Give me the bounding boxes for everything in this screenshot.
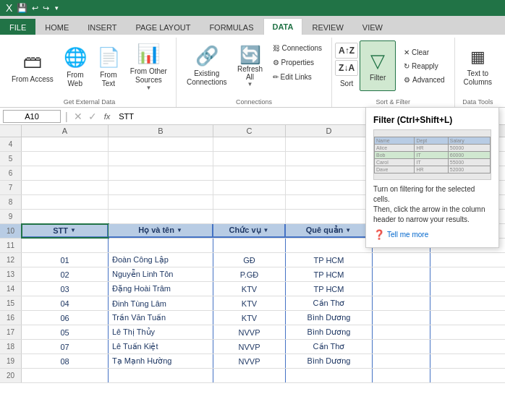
cell-b11[interactable] bbox=[109, 239, 213, 252]
cell-b15[interactable]: Đinh Tùng Lâm bbox=[109, 296, 213, 310]
cell-c8[interactable] bbox=[213, 195, 286, 209]
cell-d14[interactable]: TP HCM bbox=[286, 282, 373, 296]
filter-button[interactable]: ▽ Filter bbox=[360, 40, 396, 91]
cell-c15[interactable]: KTV bbox=[213, 296, 286, 310]
tab-insert[interactable]: INSERT bbox=[78, 19, 126, 35]
cell-b7[interactable] bbox=[109, 181, 213, 194]
cell-d16[interactable]: Bình Dương bbox=[286, 311, 373, 325]
cell-c12[interactable]: GĐ bbox=[213, 253, 286, 267]
sort-za-button[interactable]: Z↓A bbox=[335, 60, 358, 76]
cell-a12[interactable]: 01 bbox=[22, 253, 109, 267]
confirm-formula-icon[interactable]: ✓ bbox=[87, 111, 98, 122]
cell-d20[interactable] bbox=[286, 369, 373, 382]
cell-c11[interactable] bbox=[213, 239, 286, 252]
cell-a19[interactable]: 08 bbox=[22, 354, 109, 368]
cell-d12[interactable]: TP HCM bbox=[286, 253, 373, 267]
cell-c20[interactable] bbox=[213, 369, 286, 382]
cell-d11[interactable] bbox=[286, 239, 373, 252]
cell-a8[interactable] bbox=[22, 195, 109, 209]
advanced-button[interactable]: ⚙ Advanced bbox=[400, 74, 448, 86]
cell-b18[interactable]: Lê Tuấn Kiệt bbox=[109, 340, 213, 353]
cell-e18[interactable] bbox=[373, 340, 430, 353]
cell-a11[interactable] bbox=[22, 239, 109, 252]
connections-button[interactable]: ⛓ Connections bbox=[269, 42, 326, 54]
col-header-d[interactable]: D bbox=[286, 125, 373, 137]
properties-button[interactable]: ⚙ Properties bbox=[269, 56, 326, 69]
cell-a4[interactable] bbox=[22, 137, 109, 151]
sort-button[interactable]: Sort bbox=[336, 77, 357, 90]
cell-c14[interactable]: KTV bbox=[213, 282, 286, 296]
tab-view[interactable]: VIEW bbox=[353, 19, 392, 35]
quick-access-redo[interactable]: ↪ bbox=[43, 4, 49, 13]
cell-d18[interactable]: Cần Thơ bbox=[286, 340, 373, 353]
col-header-c[interactable]: C bbox=[213, 125, 286, 137]
cell-c5[interactable] bbox=[213, 152, 286, 166]
col-header-b[interactable]: B bbox=[109, 125, 213, 137]
cell-b13[interactable]: Nguyễn Linh Tôn bbox=[109, 267, 213, 281]
cell-a5[interactable] bbox=[22, 152, 109, 166]
cell-d6[interactable] bbox=[286, 166, 373, 180]
quick-access-undo[interactable]: ↩ bbox=[32, 4, 38, 13]
cell-b12[interactable]: Đoàn Công Lập bbox=[109, 253, 213, 267]
stt-filter-icon[interactable]: ▼ bbox=[70, 227, 76, 233]
cell-c9[interactable] bbox=[213, 210, 286, 223]
quequan-filter-icon[interactable]: ▼ bbox=[345, 227, 351, 233]
cell-b14[interactable]: Đặng Hoài Trâm bbox=[109, 282, 213, 296]
cell-d7[interactable] bbox=[286, 181, 373, 194]
tab-page-layout[interactable]: PAGE LAYOUT bbox=[126, 19, 200, 35]
from-access-button[interactable]: 🗃 From Access bbox=[7, 42, 58, 93]
quick-access-save[interactable]: 💾 bbox=[17, 3, 27, 13]
cell-e16[interactable] bbox=[373, 311, 430, 325]
cell-d5[interactable] bbox=[286, 152, 373, 166]
cell-c16[interactable]: KTV bbox=[213, 311, 286, 325]
chucvu-filter-icon[interactable]: ▼ bbox=[263, 227, 269, 233]
cell-a16[interactable]: 06 bbox=[22, 311, 109, 325]
cell-d4[interactable] bbox=[286, 137, 373, 151]
cell-a10-header[interactable]: STT ▼ bbox=[22, 224, 109, 238]
cell-b5[interactable] bbox=[109, 152, 213, 166]
edit-links-button[interactable]: ✏ Edit Links bbox=[269, 71, 326, 83]
cell-e19[interactable] bbox=[373, 354, 430, 368]
cell-b17[interactable]: Lê Thị Thủy bbox=[109, 325, 213, 339]
cell-c19[interactable]: NVVP bbox=[213, 354, 286, 368]
sort-az-button[interactable]: A↑Z bbox=[335, 43, 358, 59]
tab-review[interactable]: REVIEW bbox=[302, 19, 352, 35]
tell-me-more-link[interactable]: ❓ Tell me more bbox=[373, 229, 491, 240]
cell-d10-header[interactable]: Quê quản ▼ bbox=[286, 224, 373, 238]
cell-b9[interactable] bbox=[109, 210, 213, 223]
existing-connections-button[interactable]: 🔗 ExistingConnections bbox=[182, 40, 232, 91]
cell-a14[interactable]: 03 bbox=[22, 282, 109, 296]
cell-a7[interactable] bbox=[22, 181, 109, 194]
cell-c4[interactable] bbox=[213, 137, 286, 151]
cell-d8[interactable] bbox=[286, 195, 373, 209]
cell-b10-header[interactable]: Họ và tên ▼ bbox=[109, 224, 213, 238]
cell-a15[interactable]: 04 bbox=[22, 296, 109, 310]
cancel-formula-icon[interactable]: ✕ bbox=[72, 111, 84, 122]
cell-a18[interactable]: 07 bbox=[22, 340, 109, 353]
cell-d17[interactable]: Bình Dương bbox=[286, 325, 373, 339]
cell-b16[interactable]: Trần Văn Tuấn bbox=[109, 311, 213, 325]
cell-e17[interactable] bbox=[373, 325, 430, 339]
col-header-a[interactable]: A bbox=[22, 125, 109, 137]
quick-access-dropdown[interactable]: ▼ bbox=[54, 5, 59, 12]
text-to-columns-button[interactable]: ▦ Text toColumns bbox=[459, 42, 496, 93]
clear-button[interactable]: ✕ Clear bbox=[400, 46, 448, 59]
tab-formulas[interactable]: FORMULAS bbox=[200, 19, 263, 35]
from-other-sources-button[interactable]: 📊 From OtherSources ▼ bbox=[126, 42, 171, 93]
cell-c7[interactable] bbox=[213, 181, 286, 194]
cell-b6[interactable] bbox=[109, 166, 213, 180]
cell-e12[interactable] bbox=[373, 253, 430, 267]
cell-d15[interactable]: Cần Thơ bbox=[286, 296, 373, 310]
cell-c17[interactable]: NVVP bbox=[213, 325, 286, 339]
cell-b8[interactable] bbox=[109, 195, 213, 209]
cell-reference-box[interactable] bbox=[3, 110, 61, 123]
cell-a17[interactable]: 05 bbox=[22, 325, 109, 339]
cell-b4[interactable] bbox=[109, 137, 213, 151]
cell-e14[interactable] bbox=[373, 282, 430, 296]
cell-c6[interactable] bbox=[213, 166, 286, 180]
cell-c13[interactable]: P.GĐ bbox=[213, 267, 286, 281]
refresh-all-button[interactable]: 🔄 RefreshAll ▼ bbox=[233, 40, 268, 91]
cell-d19[interactable]: Bình Dương bbox=[286, 354, 373, 368]
cell-e15[interactable] bbox=[373, 296, 430, 310]
tab-home[interactable]: HOME bbox=[35, 19, 78, 35]
